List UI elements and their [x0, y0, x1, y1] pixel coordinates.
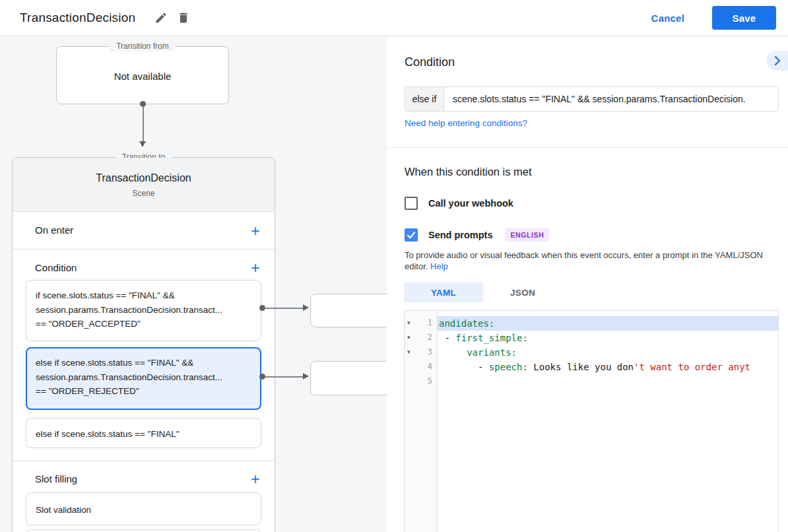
- save-button[interactable]: Save: [712, 6, 776, 30]
- connector-dot: [259, 374, 265, 380]
- code-token: 't want to order anyt: [634, 362, 750, 372]
- cancel-button[interactable]: Cancel: [651, 13, 684, 24]
- page-title: TransactionDecision: [20, 11, 135, 25]
- line-number: 1: [427, 317, 432, 327]
- condition-card-text: == "ORDER_ACCEPTED": [36, 317, 251, 331]
- section-divider: [13, 249, 275, 249]
- condition-card-final[interactable]: else if scene.slots.status == "FINAL": [26, 418, 261, 448]
- code-line[interactable]: [438, 374, 778, 389]
- condition-card-text: else if scene.slots.status == "FINAL" &&: [36, 356, 251, 370]
- transition-from-box: Transition from Not available: [56, 46, 229, 104]
- connector-line: [265, 308, 303, 309]
- code-token: [439, 347, 467, 358]
- scene-header: TransactionDecision Scene: [13, 158, 275, 212]
- connector-line: [265, 376, 303, 378]
- transition-from-label: Transition from: [110, 42, 176, 51]
- add-on-enter-button[interactable]: +: [247, 222, 264, 240]
- line-number: 5: [427, 376, 432, 385]
- chevron-right-icon: [774, 56, 781, 65]
- gutter-row: 4: [405, 360, 437, 374]
- send-prompts-label: Send prompts: [428, 230, 492, 240]
- condition-card-order-rejected[interactable]: else if scene.slots.status == "FINAL" &&…: [26, 347, 261, 410]
- condition-section-label: Condition: [35, 262, 77, 273]
- line-number: 4: [427, 361, 432, 371]
- scene-editor-app: TransactionDecision Cancel Save Transiti…: [0, 0, 788, 532]
- slot-validation-card[interactable]: Slot validation: [26, 492, 261, 525]
- gutter-row: ▾3: [405, 345, 437, 360]
- prompt-description: To provide audio or visual feedback when…: [405, 249, 778, 272]
- tab-json[interactable]: JSON: [483, 283, 562, 302]
- fold-arrow-icon[interactable]: ▾: [407, 318, 410, 327]
- condition-card-text: == "ORDER_REJECTED": [36, 384, 251, 399]
- plus-icon: +: [251, 222, 259, 240]
- connector-arrowhead: [303, 304, 309, 311]
- conditions-help-link[interactable]: Need help entering conditions?: [405, 118, 527, 128]
- collapse-panel-button[interactable]: [766, 51, 788, 71]
- condition-prefix-label: else if: [405, 87, 444, 111]
- slot-card-text: Slot validation: [36, 503, 251, 517]
- code-token: first_simple:: [455, 333, 528, 343]
- call-webhook-checkbox[interactable]: [405, 197, 418, 210]
- connector-arrowhead: [139, 141, 146, 147]
- delete-scene-button[interactable]: [172, 7, 195, 29]
- gutter-row: ▾2: [405, 331, 437, 345]
- code-line[interactable]: - speech: Looks like you don't want to o…: [438, 360, 778, 374]
- plus-icon: +: [251, 259, 259, 277]
- language-badge: ENGLISH: [505, 228, 549, 242]
- code-token: variants:: [467, 347, 517, 358]
- connector-arrowhead: [303, 373, 309, 380]
- connector-dot: [259, 305, 265, 311]
- condition-card-text: if scene.slots.status == "FINAL" &&: [36, 288, 251, 303]
- editor-code-area[interactable]: andidates: - first_simple: variants: - s…: [438, 311, 778, 532]
- trash-icon: [177, 11, 190, 24]
- add-slot-button[interactable]: +: [247, 471, 264, 488]
- section-divider: [13, 461, 275, 461]
- line-number: 3: [427, 347, 432, 356]
- code-token: -: [439, 362, 489, 372]
- condition-card-text: else if scene.slots.status == "FINAL": [36, 427, 251, 442]
- code-token: andidates:: [439, 318, 494, 329]
- on-enter-label: On enter: [35, 224, 73, 236]
- fold-arrow-icon[interactable]: ▾: [407, 347, 410, 356]
- condition-input-group: else if: [405, 86, 779, 112]
- panel-divider: [387, 147, 788, 148]
- code-line[interactable]: - first_simple:: [438, 331, 778, 345]
- condition-card-text: session.params.TransactionDecision.trans…: [36, 370, 251, 385]
- gutter-row: 5: [405, 374, 437, 389]
- panel-title: Condition: [405, 55, 455, 69]
- transition-from-value: Not available: [57, 71, 228, 82]
- line-number: 2: [427, 332, 432, 342]
- webhook-row: Call your webhook: [405, 197, 513, 210]
- pencil-icon: [154, 11, 168, 24]
- when-met-title: When this condition is met: [405, 166, 532, 178]
- partial-card[interactable]: [26, 529, 261, 532]
- condition-expression-input[interactable]: [444, 87, 778, 111]
- tab-yaml[interactable]: YAML: [404, 283, 483, 302]
- scene-name: TransactionDecision: [13, 172, 275, 184]
- add-condition-button[interactable]: +: [247, 259, 264, 277]
- connector-line: [143, 106, 144, 141]
- editor-gutter: ▾1▾2▾345: [405, 311, 438, 532]
- condition-detail-panel: Condition else if Need help entering con…: [387, 36, 788, 532]
- editor-tabs: YAML JSON: [404, 283, 562, 302]
- checkmark-icon: [407, 231, 416, 239]
- send-prompts-checkbox[interactable]: [405, 228, 418, 242]
- condition-card-order-accepted[interactable]: if scene.slots.status == "FINAL" && sess…: [26, 280, 261, 341]
- code-token: Looks like you don: [528, 362, 634, 372]
- edit-title-button[interactable]: [150, 7, 172, 29]
- prompt-help-link[interactable]: Help: [430, 261, 448, 271]
- plus-icon: +: [251, 471, 259, 488]
- gutter-row: ▾1: [405, 316, 437, 331]
- code-line[interactable]: variants:: [438, 345, 778, 360]
- code-line[interactable]: andidates:: [438, 316, 778, 331]
- prompt-code-editor[interactable]: ▾1▾2▾345 andidates: - first_simple: vari…: [404, 310, 779, 532]
- transition-to-box: Transition to TransactionDecision Scene …: [12, 157, 275, 532]
- header-bar: TransactionDecision Cancel Save: [0, 0, 788, 36]
- prompt-description-text: To provide audio or visual feedback when…: [405, 250, 763, 271]
- code-token: -: [439, 333, 455, 343]
- send-prompts-row: Send prompts ENGLISH: [405, 228, 549, 242]
- condition-card-text: session.params.TransactionDecision.trans…: [36, 303, 251, 317]
- fold-arrow-icon[interactable]: ▾: [407, 333, 410, 342]
- code-token: speech:: [489, 362, 528, 372]
- scene-type: Scene: [13, 189, 275, 198]
